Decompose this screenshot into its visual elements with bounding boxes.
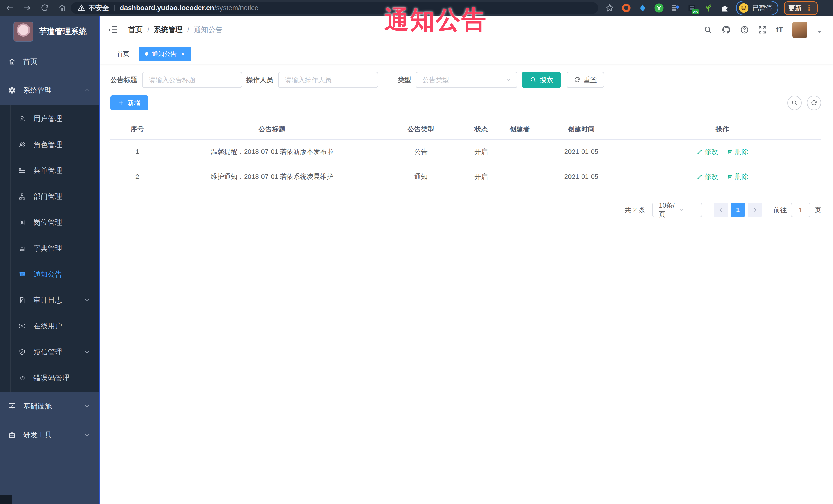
- sidebar: 芋道管理系统 首页 系统管理 用户管理 角色管理 菜单管理: [0, 16, 100, 504]
- add-button[interactable]: 新增: [110, 95, 148, 110]
- browser-update-button[interactable]: 更新 ⋮: [784, 1, 817, 15]
- operator-input[interactable]: [278, 72, 378, 88]
- extension-sprout-icon[interactable]: [703, 3, 714, 13]
- help-icon[interactable]: [740, 25, 749, 34]
- home-icon: [8, 58, 16, 66]
- chevron-down-icon: [84, 432, 90, 438]
- pencil-icon: [696, 149, 703, 155]
- sidebar-item-audit-log[interactable]: 审计日志: [0, 287, 100, 313]
- extension-blue-drop-icon[interactable]: [637, 3, 648, 13]
- edit-button[interactable]: 修改: [696, 172, 718, 181]
- refresh-icon: [574, 76, 580, 83]
- prev-page-button[interactable]: [714, 203, 728, 217]
- extension-diamond-icon[interactable]: [670, 3, 681, 13]
- caret-down-icon[interactable]: [816, 29, 823, 35]
- screen: 不安全 dashboard.yudao.iocoder.cn/system/no…: [0, 0, 833, 504]
- chevron-down-icon: [84, 403, 90, 410]
- reset-button[interactable]: 重置: [567, 72, 604, 88]
- update-label: 更新: [788, 4, 802, 13]
- sidebar-item-errcode-mgmt[interactable]: 错误码管理: [0, 365, 100, 391]
- tab-bar: 首页 通知公告 ×: [100, 44, 833, 64]
- browser-menu-icon[interactable]: ⋮: [805, 4, 813, 12]
- back-icon[interactable]: [5, 3, 15, 13]
- page-number-1[interactable]: 1: [731, 203, 745, 217]
- notice-title-input[interactable]: [142, 72, 242, 88]
- reload-icon[interactable]: [40, 3, 50, 13]
- online-users-icon: [19, 322, 26, 330]
- ext-on-badge: on: [692, 9, 699, 15]
- app-logo-row[interactable]: 芋道管理系统: [0, 16, 100, 47]
- user-icon: [19, 115, 26, 122]
- sidebar-item-infrastructure[interactable]: 基础设施: [0, 392, 100, 421]
- chevron-up-icon: [84, 87, 90, 94]
- sidebar-item-dept-mgmt[interactable]: 部门管理: [0, 184, 100, 209]
- search-icon[interactable]: [704, 25, 712, 34]
- delete-button[interactable]: 删除: [727, 147, 748, 156]
- home-nav-icon[interactable]: [57, 3, 67, 13]
- table-toolbar: 新增: [110, 95, 821, 110]
- filter-title-label: 公告标题: [110, 75, 137, 85]
- security-label[interactable]: 不安全: [88, 3, 109, 13]
- extension-orange-ring-icon[interactable]: [621, 3, 632, 13]
- app-logo-avatar: [13, 22, 33, 42]
- content: 公告标题 操作人员 类型 公告类型 搜索 重置: [100, 64, 833, 217]
- sidebar-item-notice[interactable]: 通知公告: [0, 261, 100, 287]
- delete-button[interactable]: 删除: [727, 172, 748, 181]
- extension-dark-on-icon[interactable]: on: [687, 3, 697, 13]
- search-icon: [530, 76, 537, 83]
- chevron-down-icon: [505, 76, 512, 83]
- fullscreen-icon[interactable]: [758, 25, 767, 34]
- audit-log-icon: [19, 297, 26, 304]
- show-search-toggle-button[interactable]: [787, 96, 802, 110]
- address-bar[interactable]: 不安全 dashboard.yudao.iocoder.cn/system/no…: [71, 2, 598, 14]
- breadcrumb-home[interactable]: 首页: [128, 25, 143, 34]
- table-row: 2 维护通知：2018-07-01 若依系统凌晨维护 通知 开启 2021-01…: [110, 165, 821, 189]
- code-icon: [19, 375, 26, 382]
- sidebar-bottom-corner: [0, 495, 12, 504]
- font-size-icon[interactable]: tT: [776, 25, 783, 34]
- goto-page-input[interactable]: [791, 203, 810, 217]
- sidebar-item-home[interactable]: 首页: [0, 47, 100, 76]
- notice-type-select[interactable]: 公告类型: [416, 72, 517, 88]
- edit-button[interactable]: 修改: [696, 147, 718, 156]
- sidebar-item-user-mgmt[interactable]: 用户管理: [0, 106, 100, 131]
- breadcrumb-system[interactable]: 系统管理: [154, 25, 183, 34]
- sidebar-item-menu-mgmt[interactable]: 菜单管理: [0, 158, 100, 184]
- search-button[interactable]: 搜索: [522, 72, 561, 88]
- page-size-select[interactable]: 10条/页: [652, 203, 702, 217]
- sidebar-item-dev-tools[interactable]: 研发工具: [0, 421, 100, 449]
- user-avatar[interactable]: [792, 22, 807, 38]
- sidebar-item-system-mgmt[interactable]: 系统管理: [0, 76, 100, 105]
- extensions-puzzle-icon[interactable]: [719, 3, 730, 13]
- tab-home[interactable]: 首页: [111, 47, 136, 61]
- gear-icon: [8, 87, 16, 94]
- github-icon[interactable]: [722, 25, 731, 34]
- users-icon: [19, 141, 26, 148]
- forward-icon[interactable]: [22, 3, 32, 13]
- bookmark-star-icon[interactable]: [604, 3, 615, 13]
- tab-notice[interactable]: 通知公告 ×: [139, 47, 191, 61]
- tab-close-icon[interactable]: ×: [181, 50, 185, 57]
- browser-profile-chip[interactable]: 已暂停: [736, 1, 778, 16]
- org-tree-icon: [19, 193, 26, 200]
- extension-green-circle-icon[interactable]: [653, 3, 664, 13]
- chevron-down-icon: [678, 207, 698, 213]
- sidebar-item-dict-mgmt[interactable]: 字典管理: [0, 235, 100, 261]
- goto-label: 前往: [774, 206, 787, 215]
- filter-type-label: 类型: [398, 75, 411, 85]
- sidebar-item-role-mgmt[interactable]: 角色管理: [0, 131, 100, 158]
- sidebar-item-online-users[interactable]: 在线用户: [0, 313, 100, 339]
- browser-chrome: 不安全 dashboard.yudao.iocoder.cn/system/no…: [0, 0, 833, 16]
- sidebar-item-sms-mgmt[interactable]: 短信管理: [0, 339, 100, 365]
- refresh-table-button[interactable]: [807, 96, 821, 110]
- sidebar-fold-icon[interactable]: [108, 25, 118, 35]
- chat-bubble-icon: [19, 271, 26, 278]
- page-unit-label: 页: [814, 206, 821, 215]
- notice-table: 序号 公告标题 公告类型 状态 创建者 创建时间 操作 1 温馨提醒：2018-…: [110, 119, 821, 189]
- sidebar-item-post-mgmt[interactable]: 岗位管理: [0, 209, 100, 235]
- menu-list-icon: [19, 167, 26, 174]
- plus-icon: [118, 100, 124, 106]
- app-header: 首页 / 系统管理 / 通知公告 tT: [100, 16, 833, 44]
- next-page-button[interactable]: [747, 203, 762, 217]
- book-icon: [19, 245, 26, 252]
